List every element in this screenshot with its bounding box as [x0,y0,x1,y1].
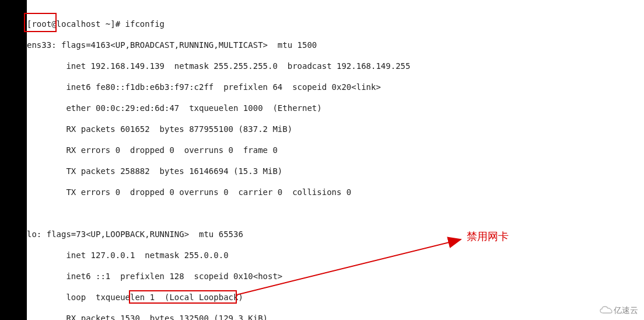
watermark: 亿速云 [600,305,638,315]
iface-lo-loop: loop txqueuelen 1 (Local Loopback) [27,292,410,302]
terminal-output[interactable]: [root@localhost ~]# ifconfig ens33: flag… [27,8,410,320]
iface-ens33-txe: TX errors 0 dropped 0 overruns 0 carrier… [27,187,410,197]
iface-ens33-txp: TX packets 258882 bytes 16146694 (15.3 M… [27,166,410,176]
iface-ens33-ether: ether 00:0c:29:ed:6d:47 txqueuelen 1000 … [27,103,410,113]
iface-lo-inet: inet 127.0.0.1 netmask 255.0.0.0 [27,250,410,260]
cloud-icon [600,305,612,315]
sidebar-black [0,0,27,320]
iface-ens33-inet6: inet6 fe80::f1db:e6b3:f97:c2ff prefixlen… [27,82,410,92]
iface-lo-rxp: RX packets 1530 bytes 132500 (129.3 KiB) [27,313,410,320]
iface-ens33-header: ens33: flags=4163<UP,BROADCAST,RUNNING,M… [27,40,410,50]
annotation-text: 禁用网卡 [467,231,509,242]
prompt-line: [root@localhost ~]# ifconfig [27,19,410,29]
iface-lo-header: lo: flags=73<UP,LOOPBACK,RUNNING> mtu 65… [27,229,410,239]
iface-ens33-rxe: RX errors 0 dropped 0 overruns 0 frame 0 [27,145,410,155]
iface-ens33-inet: inet 192.168.149.139 netmask 255.255.255… [27,61,410,71]
iface-ens33-rxp: RX packets 601652 bytes 877955100 (837.2… [27,124,410,134]
blank-line [27,208,410,218]
watermark-text: 亿速云 [614,305,638,315]
iface-lo-inet6: inet6 ::1 prefixlen 128 scopeid 0x10<hos… [27,271,410,281]
